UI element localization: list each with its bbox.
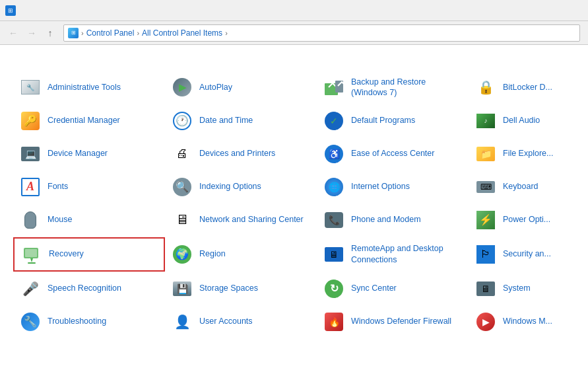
item-storage-spaces[interactable]: 💾Storage Spaces (165, 273, 317, 305)
winmedia-icon: ▶ (475, 311, 496, 332)
device-icon: 💻 (20, 143, 41, 165)
item-phone-modem[interactable]: 📞Phone and Modem (317, 204, 469, 236)
power-options-label[interactable]: Power Opti... (503, 214, 550, 225)
default-programs-label[interactable]: Default Programs (351, 115, 415, 126)
clock-icon: 🕐 (172, 110, 193, 132)
phone-icon: 📞 (323, 209, 344, 231)
file-explorer-icon: 📁 (475, 143, 496, 165)
item-windows-media[interactable]: ▶Windows M... (469, 306, 575, 338)
mouse-icon (20, 209, 41, 231)
trouble-icon: 🔧 (20, 311, 41, 332)
security-icon: 🏳 (475, 244, 496, 265)
backup-icon (323, 77, 344, 98)
item-internet-options[interactable]: 🌐Internet Options (317, 171, 469, 203)
indexing-icon: 🔍 (172, 176, 193, 198)
autoplay-label[interactable]: AutoPlay (199, 82, 232, 93)
up-button[interactable]: ↑ (42, 25, 58, 41)
item-administrative-tools[interactable]: 🔧Administrative Tools (13, 71, 165, 104)
admin-icon: 🔧 (20, 77, 41, 98)
item-sync-center[interactable]: ↻Sync Center (317, 273, 469, 305)
item-user-accounts[interactable]: 👤User Accounts (165, 306, 317, 338)
breadcrumb-link-all-items[interactable]: All Control Panel Items (142, 28, 222, 38)
keyboard-icon: ⌨ (475, 176, 496, 198)
font-icon: A (20, 176, 41, 198)
remoteapp-icon: 🖥 (323, 244, 344, 265)
bitlocker-label[interactable]: BitLocker D... (503, 82, 552, 93)
internet-options-label[interactable]: Internet Options (351, 181, 410, 192)
recovery-label[interactable]: Recovery (49, 248, 84, 259)
item-ease-of-access[interactable]: ♿Ease of Access Center (317, 138, 469, 170)
item-dell-audio[interactable]: ♪Dell Audio (469, 105, 575, 137)
item-speech-recognition[interactable]: 🎤Speech Recognition (13, 273, 165, 305)
svg-rect-5 (28, 262, 36, 264)
dell-audio-label[interactable]: Dell Audio (503, 115, 540, 126)
user-accounts-label[interactable]: User Accounts (199, 316, 253, 326)
back-button[interactable]: ← (5, 25, 21, 41)
item-fonts[interactable]: AFonts (13, 171, 165, 203)
credential-manager-label[interactable]: Credential Manager (48, 115, 120, 126)
security-and-label[interactable]: Security an... (503, 248, 551, 259)
wd-firewall-icon: 🔥 (323, 311, 344, 332)
remoteapp-label[interactable]: RemoteApp and Desktop Connections (351, 243, 462, 265)
network-sharing-label[interactable]: Network and Sharing Center (199, 214, 304, 225)
backup-restore-label[interactable]: Backup and Restore (Windows 7) (351, 77, 462, 98)
item-bitlocker[interactable]: 🔒BitLocker D... (469, 71, 575, 104)
item-date-time[interactable]: 🕐Date and Time (165, 105, 317, 137)
windows-media-label[interactable]: Windows M... (503, 316, 552, 326)
system-label[interactable]: System (503, 283, 531, 293)
svg-marker-4 (30, 258, 33, 262)
item-remoteapp[interactable]: 🖥RemoteApp and Desktop Connections (317, 237, 469, 272)
item-mouse[interactable]: Mouse (13, 204, 165, 236)
storage-spaces-label[interactable]: Storage Spaces (199, 283, 258, 293)
item-region[interactable]: 🌍Region (165, 237, 317, 272)
item-keyboard[interactable]: ⌨Keyboard (469, 171, 575, 203)
wd-firewall-label[interactable]: Windows Defender Firewall (351, 316, 451, 326)
ease-of-access-label[interactable]: Ease of Access Center (351, 148, 434, 159)
items-grid: 🔧Administrative Tools▶AutoPlayBackup and… (13, 71, 575, 338)
item-troubleshooting[interactable]: 🔧Troubleshooting (13, 306, 165, 338)
main-content: 🔧Administrative Tools▶AutoPlayBackup and… (0, 45, 588, 376)
system-icon: 🖥 (475, 278, 496, 299)
administrative-tools-label[interactable]: Administrative Tools (48, 82, 121, 93)
item-security-and[interactable]: 🏳Security an... (469, 237, 575, 272)
file-explorer-label[interactable]: File Explore... (503, 148, 553, 159)
region-label[interactable]: Region (199, 248, 226, 259)
indexing-options-label[interactable]: Indexing Options (199, 181, 261, 192)
bitlocker-icon: 🔒 (475, 77, 496, 98)
devices-icon: 🖨 (172, 143, 193, 165)
fonts-label[interactable]: Fonts (48, 181, 68, 192)
item-credential-manager[interactable]: 🔑Credential Manager (13, 105, 165, 137)
item-wd-firewall[interactable]: 🔥Windows Defender Firewall (317, 306, 469, 338)
item-device-manager[interactable]: 💻Device Manager (13, 138, 165, 170)
default-prog-icon: ✓ (323, 110, 344, 132)
item-autoplay[interactable]: ▶AutoPlay (165, 71, 317, 104)
forward-button[interactable]: → (24, 25, 40, 41)
item-system[interactable]: 🖥System (469, 273, 575, 305)
sync-center-label[interactable]: Sync Center (351, 283, 397, 293)
title-bar: ⊞ (0, 0, 588, 21)
autoplay-icon: ▶ (172, 77, 193, 98)
keyboard-label[interactable]: Keyboard (503, 181, 539, 192)
troubleshooting-label[interactable]: Troubleshooting (48, 316, 106, 326)
title-bar-icon: ⊞ (5, 5, 16, 16)
region-icon: 🌍 (172, 244, 193, 265)
item-devices-printers[interactable]: 🖨Devices and Printers (165, 138, 317, 170)
devices-printers-label[interactable]: Devices and Printers (199, 148, 275, 159)
date-time-label[interactable]: Date and Time (199, 115, 253, 126)
network-icon: 🖥 (172, 209, 193, 231)
svg-rect-3 (25, 249, 37, 257)
device-manager-label[interactable]: Device Manager (48, 148, 108, 159)
item-indexing-options[interactable]: 🔍Indexing Options (165, 171, 317, 203)
item-network-sharing[interactable]: 🖥Network and Sharing Center (165, 204, 317, 236)
item-file-explorer[interactable]: 📁File Explore... (469, 138, 575, 170)
item-backup-restore[interactable]: Backup and Restore (Windows 7) (317, 71, 469, 104)
breadcrumb-link-control-panel[interactable]: Control Panel (86, 28, 135, 38)
phone-modem-label[interactable]: Phone and Modem (351, 214, 421, 225)
mouse-label[interactable]: Mouse (48, 214, 73, 225)
item-recovery[interactable]: Recovery (13, 237, 165, 272)
nav-bar: ← → ↑ ⊞ › Control Panel › All Control Pa… (0, 21, 588, 45)
item-power-options[interactable]: ⚡Power Opti... (469, 204, 575, 236)
power-icon: ⚡ (475, 209, 496, 231)
item-default-programs[interactable]: ✓Default Programs (317, 105, 469, 137)
speech-recognition-label[interactable]: Speech Recognition (48, 283, 121, 293)
